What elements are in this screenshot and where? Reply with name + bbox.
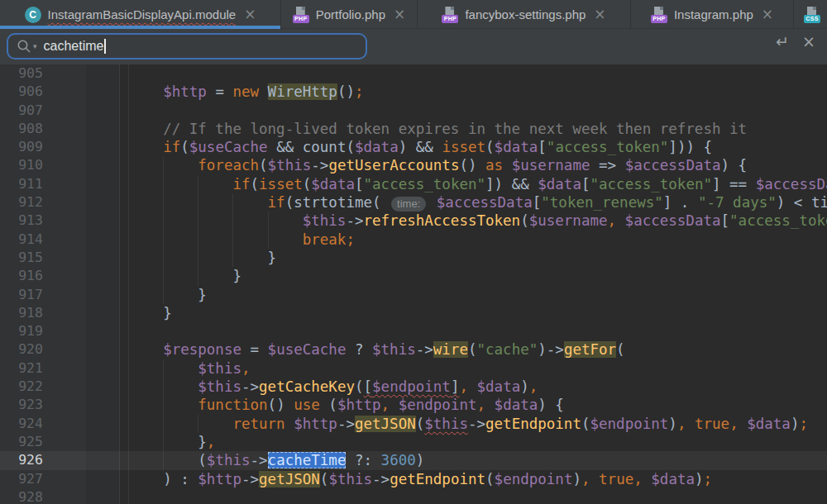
code-line[interactable]: 915 } <box>0 249 827 267</box>
module-file-icon: C <box>25 7 41 23</box>
editor-tab-bar: C InstagramBasicDisplayApi.module × PHP … <box>0 0 827 29</box>
line-number[interactable]: 908 <box>0 120 43 138</box>
code-line[interactable]: 910 foreach($this->getUserAccounts() as … <box>0 156 827 174</box>
code-line[interactable]: 918 } <box>0 304 827 322</box>
code-text: // If the long-lived token expires in th… <box>128 120 827 138</box>
tab-label: Instagram.php <box>674 7 753 21</box>
line-number[interactable]: 906 <box>0 83 43 101</box>
line-number[interactable]: 924 <box>0 415 43 433</box>
indent-guide <box>198 415 198 433</box>
code-text: ($this->cacheTime ?: 3600) <box>128 451 827 469</box>
code-line[interactable]: 928 <box>0 488 827 504</box>
code-text: $this, <box>128 359 827 378</box>
code-line[interactable]: 906 $http = new WireHttp(); <box>0 83 827 101</box>
code-line[interactable]: 922 $this->getCacheKey([$endpoint], $dat… <box>0 378 827 396</box>
selected-search-match: cacheTime <box>268 452 347 468</box>
code-line[interactable]: 921 $this, <box>0 359 827 378</box>
line-number[interactable]: 925 <box>0 433 43 451</box>
parameter-hint-inlay: time: <box>391 197 426 212</box>
code-text: $this->getCacheKey([$endpoint], $data), <box>128 378 827 396</box>
tab-css-file-partial[interactable]: CSS <box>794 0 827 29</box>
close-icon[interactable]: × <box>594 7 605 21</box>
line-number[interactable]: 914 <box>0 231 43 249</box>
line-number[interactable]: 928 <box>0 488 43 504</box>
line-number[interactable]: 922 <box>0 378 43 396</box>
line-number[interactable]: 905 <box>0 64 43 83</box>
line-number[interactable]: 912 <box>0 193 43 212</box>
line-number[interactable]: 907 <box>0 102 43 120</box>
code-line[interactable]: 916 } <box>0 267 827 285</box>
php-file-icon: PHP <box>651 7 667 23</box>
php-file-icon: PHP <box>293 7 309 23</box>
line-number[interactable]: 915 <box>0 249 43 267</box>
tab-label: InstagramBasicDisplayApi.module <box>48 7 237 21</box>
code-line[interactable]: 905 <box>0 64 827 83</box>
indent-guide <box>198 175 198 286</box>
code-line[interactable]: 907 <box>0 102 827 120</box>
code-line[interactable]: 923 function() use ($http, $endpoint, $d… <box>0 396 827 414</box>
line-number[interactable]: 927 <box>0 470 43 488</box>
code-line[interactable]: 920 $response = $useCache ? $this->wire(… <box>0 340 827 359</box>
indent-guide <box>163 359 164 470</box>
search-history-caret-icon[interactable]: ▾ <box>33 42 37 50</box>
code-line[interactable]: 912 if(strtotime( time: $accessData["tok… <box>0 193 827 212</box>
code-area[interactable]: 905906 $http = new WireHttp();907908 // … <box>0 64 827 504</box>
php-file-icon: PHP <box>442 7 458 23</box>
text-caret <box>104 39 106 54</box>
code-text: if($useCache && count($data) && isset($d… <box>128 138 827 156</box>
code-line[interactable]: 924 return $http->getJSON($this->getEndp… <box>0 415 827 433</box>
code-text: } <box>128 286 827 304</box>
code-text: if(isset($data["access_token"]) && $data… <box>128 175 827 193</box>
code-text: $http = new WireHttp(); <box>128 83 827 101</box>
search-input[interactable]: ▾ cachetime <box>7 33 367 59</box>
find-toolbar: ▾ cachetime ↵ × ↑ ↓ ALL +II −II ☑II Matc… <box>0 29 827 64</box>
tab-fancybox-settings-php[interactable]: PHP fancybox-settings.php × <box>418 0 631 29</box>
code-text: } <box>128 304 827 322</box>
code-line[interactable]: 908 // If the long-lived token expires i… <box>0 120 827 138</box>
code-text: }, <box>128 433 827 451</box>
line-number[interactable]: 921 <box>0 359 43 378</box>
code-line[interactable]: 914 break; <box>0 231 827 249</box>
css-file-icon: CSS <box>804 7 820 23</box>
code-text: return $http->getJSON($this->getEndpoint… <box>128 415 827 433</box>
new-line-icon[interactable]: ↵ <box>776 32 789 50</box>
code-line[interactable]: 909 if($useCache && count($data) && isse… <box>0 138 827 156</box>
tab-label: fancybox-settings.php <box>465 7 586 21</box>
code-line[interactable]: 911 if(isset($data["access_token"]) && $… <box>0 175 827 193</box>
code-line[interactable]: 926 ($this->cacheTime ?: 3600) <box>0 451 827 469</box>
tab-label: Portfolio.php <box>316 7 385 21</box>
close-icon[interactable]: × <box>394 7 405 21</box>
code-line[interactable]: 917 } <box>0 286 827 304</box>
code-line[interactable]: 927 ) : $http->getJSON($this->getEndpoin… <box>0 470 827 488</box>
code-text: $response = $useCache ? $this->wire("cac… <box>128 340 827 359</box>
tab-portfolio-php[interactable]: PHP Portfolio.php × <box>281 0 418 29</box>
code-text: } <box>128 267 827 285</box>
indent-guide <box>232 193 233 267</box>
code-line[interactable]: 919 <box>0 322 827 340</box>
line-number[interactable]: 916 <box>0 267 43 285</box>
line-number[interactable]: 926 <box>0 451 43 469</box>
code-line[interactable]: 925 }, <box>0 433 827 451</box>
tab-instagrambasicdisplayapi-module[interactable]: C InstagramBasicDisplayApi.module × <box>0 0 281 29</box>
line-number[interactable]: 920 <box>0 340 43 359</box>
indent-guide <box>163 157 164 304</box>
close-icon[interactable]: × <box>762 7 773 21</box>
code-editor[interactable]: 905906 $http = new WireHttp();907908 // … <box>0 64 827 504</box>
line-number[interactable]: 909 <box>0 138 43 156</box>
line-number[interactable]: 910 <box>0 156 43 174</box>
close-icon[interactable]: × <box>244 7 256 21</box>
clear-search-icon[interactable]: × <box>802 32 815 50</box>
code-text: foreach($this->getUserAccounts() as $use… <box>128 156 827 174</box>
code-text: function() use ($http, $endpoint, $data)… <box>128 396 827 414</box>
code-line[interactable]: 913 $this->refreshAccessToken($username,… <box>0 212 827 230</box>
line-number[interactable]: 919 <box>0 322 43 340</box>
line-number[interactable]: 911 <box>0 175 43 193</box>
line-number[interactable]: 913 <box>0 212 43 230</box>
line-number[interactable]: 917 <box>0 286 43 304</box>
indent-guide <box>268 212 269 249</box>
indent-guide <box>128 64 129 504</box>
line-number[interactable]: 918 <box>0 304 43 322</box>
tab-instagram-php[interactable]: PHP Instagram.php × <box>631 0 794 29</box>
line-number[interactable]: 923 <box>0 396 43 414</box>
search-query-text: cachetime <box>44 39 104 54</box>
